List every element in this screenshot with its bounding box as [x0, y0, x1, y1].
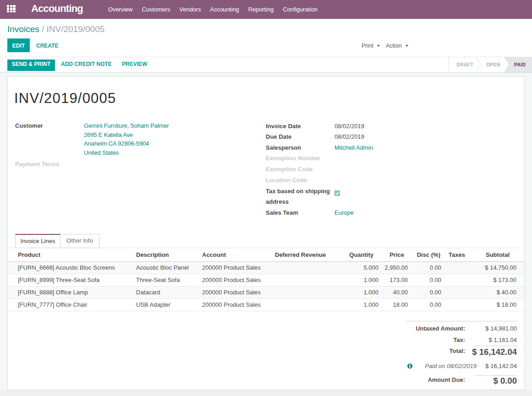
svg-text:PAID: PAID	[514, 62, 526, 67]
svg-text:DRAFT: DRAFT	[456, 62, 473, 67]
svg-text:OPEN: OPEN	[486, 62, 500, 67]
